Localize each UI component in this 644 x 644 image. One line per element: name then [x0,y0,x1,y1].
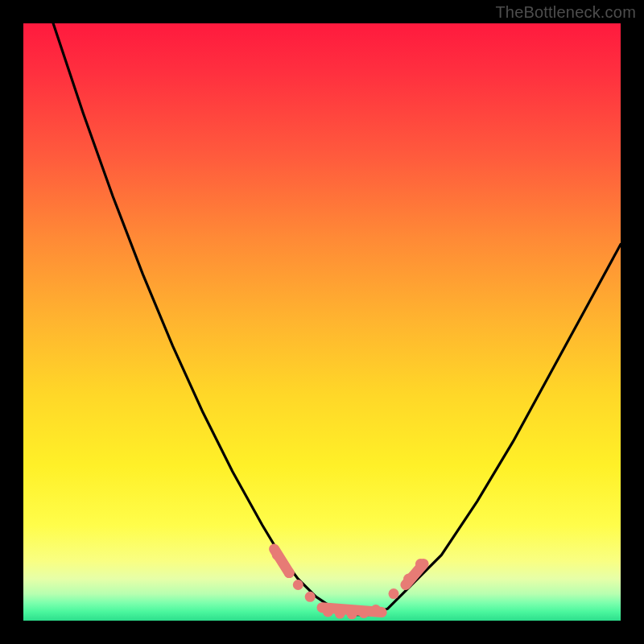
chart-frame: TheBottleneck.com [0,0,644,644]
marker-right-cluster-1 [389,588,399,599]
pill-marker-0 [322,608,382,613]
gradient-plot-area [23,23,621,621]
curve-layer [23,23,621,621]
marker-left-cluster-4 [305,592,316,602]
bottleneck-curve [23,23,621,615]
attribution-text: TheBottleneck.com [495,3,636,22]
pill-marker-1 [275,549,290,573]
marker-left-cluster-3 [293,580,303,590]
pill-marker-2 [406,564,423,585]
